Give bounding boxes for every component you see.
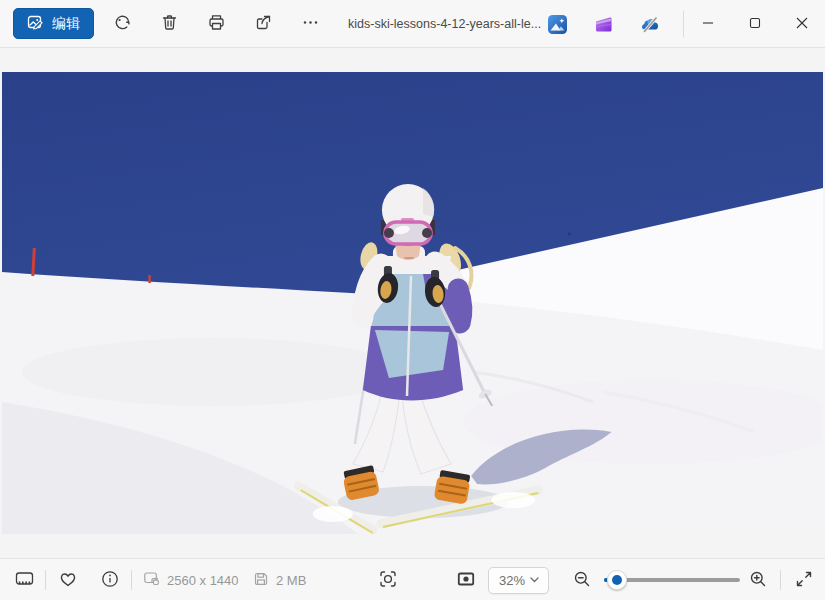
onedrive-slashed-icon[interactable]	[639, 14, 660, 35]
more-button[interactable]	[291, 7, 329, 41]
maximize-button[interactable]	[731, 0, 778, 48]
zoom-slider-thumb[interactable]	[607, 570, 627, 590]
close-icon	[796, 17, 808, 32]
ski-photo-illustration	[2, 72, 823, 534]
zoom-to-fill-button[interactable]	[450, 565, 482, 595]
zoom-out-button[interactable]	[566, 565, 598, 595]
trash-icon	[160, 13, 179, 35]
edit-button[interactable]: 编辑	[13, 8, 94, 39]
info-icon	[100, 569, 120, 592]
toolbar-right	[547, 0, 825, 48]
file-info-button[interactable]	[94, 565, 126, 595]
image-dimensions: 2560 x 1440	[143, 559, 239, 600]
photo-viewer	[0, 48, 825, 558]
edit-icon	[27, 14, 44, 34]
rotate-button[interactable]	[103, 7, 141, 41]
delete-button[interactable]	[150, 7, 188, 41]
more-icon	[301, 13, 320, 35]
clipchamp-app-icon[interactable]	[593, 14, 614, 35]
titlebar: 编辑	[0, 0, 825, 48]
file-size: 2 MB	[253, 559, 306, 600]
image-size-icon	[143, 570, 160, 590]
photo-image[interactable]	[2, 72, 823, 534]
fullscreen-button[interactable]	[788, 565, 820, 595]
statusbar-divider-1	[45, 570, 46, 590]
edit-button-label: 编辑	[52, 15, 80, 33]
floppy-icon	[253, 571, 269, 590]
minimize-button[interactable]	[684, 0, 731, 48]
chevron-down-icon	[529, 573, 540, 588]
toolbar-left: 编辑	[0, 7, 329, 41]
fullscreen-icon	[794, 569, 814, 592]
heart-icon	[58, 569, 78, 592]
filmstrip-toggle-button[interactable]	[8, 565, 40, 595]
visual-search-icon	[378, 569, 398, 592]
zoom-fill-icon	[456, 569, 476, 592]
filmstrip-icon	[14, 568, 35, 592]
image-dimensions-value: 2560 x 1440	[167, 573, 239, 588]
zoom-level-value: 32%	[499, 573, 525, 588]
statusbar-divider-3	[780, 570, 781, 590]
visual-search-button[interactable]	[372, 565, 404, 595]
photos-app-icon[interactable]	[547, 14, 568, 35]
share-icon	[254, 13, 273, 35]
statusbar: 2560 x 1440 2 MB	[0, 558, 825, 600]
rotate-icon	[113, 13, 132, 35]
share-button[interactable]	[244, 7, 282, 41]
print-icon	[207, 13, 226, 35]
zoom-out-icon	[572, 569, 592, 592]
zoom-in-button[interactable]	[742, 565, 774, 595]
print-button[interactable]	[197, 7, 235, 41]
close-button[interactable]	[778, 0, 825, 48]
favorite-button[interactable]	[52, 565, 84, 595]
maximize-icon	[749, 17, 761, 32]
zoom-slider[interactable]	[604, 559, 740, 600]
window-title: kids-ski-lessons-4-12-years-all-le...	[348, 17, 541, 31]
photos-app-window: 编辑	[0, 0, 825, 600]
zoom-level-dropdown[interactable]: 32%	[488, 567, 549, 594]
minimize-icon	[702, 17, 714, 32]
file-size-value: 2 MB	[276, 573, 306, 588]
statusbar-divider-2	[131, 570, 132, 590]
zoom-in-icon	[748, 569, 768, 592]
